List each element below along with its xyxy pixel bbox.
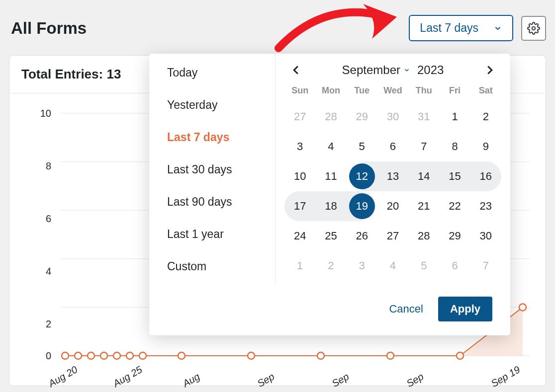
card-title-prefix: Total Entries: [21, 67, 106, 81]
calendar-day[interactable]: 15 [439, 161, 470, 191]
y-tick-label: 6 [37, 213, 51, 225]
calendar-day[interactable]: 21 [408, 191, 439, 221]
dow-header: Thu [408, 79, 439, 102]
calendar-day[interactable]: 4 [315, 132, 346, 161]
calendar-day[interactable]: 1 [439, 102, 470, 132]
preset-today[interactable]: Today [149, 57, 275, 89]
chevron-down-icon [493, 24, 502, 33]
calendar-day[interactable]: 7 [470, 251, 501, 281]
preset-last-30-days[interactable]: Last 30 days [149, 154, 275, 186]
calendar-grid: SunMonTueWedThuFriSat2728293031123456789… [284, 79, 501, 281]
calendar-day[interactable]: 24 [284, 221, 315, 251]
calendar-day[interactable]: 27 [284, 102, 315, 132]
calendar-day[interactable]: 16 [470, 161, 501, 191]
svg-point-19 [519, 304, 526, 311]
calendar-day[interactable]: 18 [315, 191, 346, 221]
calendar-day[interactable]: 12 [347, 161, 377, 191]
calendar-day[interactable]: 9 [470, 132, 501, 161]
calendar-day[interactable]: 23 [470, 191, 501, 221]
dow-header: Fri [439, 79, 470, 102]
gear-icon [527, 22, 540, 35]
preset-custom[interactable]: Custom [149, 250, 275, 283]
calendar-day[interactable]: 10 [284, 161, 315, 191]
dow-header: Sat [470, 79, 501, 102]
svg-point-9 [88, 352, 94, 359]
svg-point-17 [387, 352, 394, 359]
cancel-button[interactable]: Cancel [389, 303, 423, 315]
calendar-day[interactable]: 25 [315, 221, 346, 251]
calendar-day[interactable]: 20 [377, 191, 408, 221]
svg-point-7 [62, 352, 69, 359]
total-entries-value: 13 [106, 67, 121, 81]
calendar-day[interactable]: 5 [347, 132, 377, 161]
calendar-day[interactable]: 30 [470, 221, 501, 251]
calendar-day[interactable]: 8 [439, 132, 470, 161]
date-range-label: Last 7 days [420, 21, 478, 35]
calendar-day[interactable]: 3 [347, 251, 377, 281]
calendar-day[interactable]: 28 [315, 102, 346, 132]
calendar-day[interactable]: 2 [470, 102, 501, 132]
dow-header: Sun [284, 79, 315, 102]
calendar-day[interactable]: 13 [377, 161, 408, 191]
calendar-day[interactable]: 1 [284, 251, 315, 281]
page-title: All Forms [11, 19, 87, 38]
next-month-button[interactable] [482, 63, 497, 78]
calendar-day[interactable]: 31 [408, 102, 439, 132]
y-tick-label: 10 [37, 108, 51, 119]
calendar-day[interactable]: 11 [315, 161, 346, 191]
calendar-day[interactable]: 29 [439, 221, 470, 251]
svg-point-10 [100, 352, 107, 359]
month-label: September [342, 63, 400, 77]
svg-point-16 [317, 352, 324, 359]
preset-last-90-days[interactable]: Last 90 days [149, 186, 275, 218]
calendar-day[interactable]: 22 [439, 191, 470, 221]
calendar-day[interactable]: 19 [347, 191, 377, 221]
y-tick-label: 0 [37, 350, 51, 362]
svg-point-15 [248, 352, 255, 359]
dow-header: Mon [315, 79, 346, 102]
y-tick-label: 8 [37, 160, 51, 172]
calendar-day[interactable]: 27 [377, 221, 408, 251]
date-preset-list: TodayYesterdayLast 7 daysLast 30 daysLas… [149, 54, 276, 286]
calendar-day[interactable]: 14 [408, 161, 439, 191]
month-select[interactable]: September [342, 63, 410, 77]
calendar-day[interactable]: 29 [347, 102, 377, 132]
settings-button[interactable] [521, 16, 546, 41]
date-range-dropdown[interactable]: Last 7 days [409, 15, 513, 41]
calendar-day[interactable]: 3 [284, 132, 315, 161]
preset-last-7-days[interactable]: Last 7 days [149, 121, 275, 154]
calendar-day[interactable]: 6 [439, 251, 470, 281]
calendar-day[interactable]: 26 [347, 221, 377, 251]
calendar-day[interactable]: 2 [315, 251, 346, 281]
preset-last-1-year[interactable]: Last 1 year [149, 218, 275, 250]
calendar-day[interactable]: 4 [377, 251, 408, 281]
y-tick-label: 2 [37, 318, 51, 330]
preset-yesterday[interactable]: Yesterday [149, 89, 275, 121]
dow-header: Tue [347, 79, 377, 102]
svg-point-12 [126, 352, 133, 359]
date-picker-popover: TodayYesterdayLast 7 daysLast 30 daysLas… [149, 54, 510, 335]
year-label: 2023 [417, 63, 444, 77]
svg-point-11 [113, 352, 120, 359]
y-tick-label: 4 [37, 266, 51, 277]
dow-header: Wed [377, 79, 408, 102]
svg-point-13 [139, 352, 146, 359]
apply-button[interactable]: Apply [438, 297, 492, 321]
svg-point-14 [178, 352, 185, 359]
calendar-day[interactable]: 7 [408, 132, 439, 161]
svg-point-8 [75, 352, 82, 359]
calendar-day[interactable]: 6 [377, 132, 408, 161]
chevron-down-icon [403, 67, 410, 74]
calendar-day[interactable]: 28 [408, 221, 439, 251]
prev-month-button[interactable] [288, 63, 303, 78]
calendar-day[interactable]: 30 [377, 102, 408, 132]
calendar-day[interactable]: 5 [408, 251, 439, 281]
calendar: September 2023 SunMonTueWedThuFriSat2728… [276, 54, 510, 286]
calendar-day[interactable]: 17 [284, 191, 315, 221]
svg-point-0 [532, 26, 536, 30]
svg-point-18 [457, 352, 463, 359]
